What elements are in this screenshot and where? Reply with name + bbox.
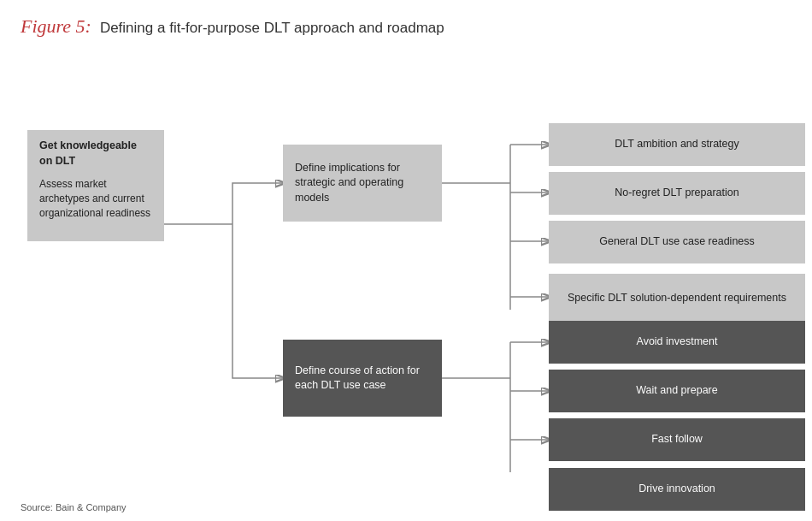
r2-text: No-regret DLT preparation bbox=[615, 186, 738, 201]
diagram: Get knowledgeable on DLT Assess market a… bbox=[21, 53, 791, 472]
right-box-r7: Fast follow bbox=[549, 418, 805, 461]
source-note: Source: Bain & Company bbox=[21, 502, 127, 512]
right-box-r5: Avoid investment bbox=[549, 321, 805, 364]
right-box-r4: Specific DLT solution-dependent requirem… bbox=[549, 274, 805, 323]
right-box-r6: Wait and prepare bbox=[549, 370, 805, 412]
right-box-r1: DLT ambition and strategy bbox=[549, 123, 805, 166]
r4-text: Specific DLT solution-dependent requirem… bbox=[568, 291, 786, 306]
page-container: Figure 5: Defining a fit-for-purpose DLT… bbox=[0, 0, 812, 521]
mid-top-box: Define implications for strategic and op… bbox=[283, 145, 442, 222]
figure-label: Figure 5: bbox=[21, 15, 91, 38]
r8-text: Drive innovation bbox=[638, 482, 715, 497]
left-box-line1: Get knowledgeable on DLT bbox=[39, 139, 152, 169]
mid-bottom-box-text: Define course of action for each DLT use… bbox=[295, 364, 430, 394]
mid-top-box-text: Define implications for strategic and op… bbox=[295, 161, 430, 206]
title-area: Figure 5: Defining a fit-for-purpose DLT… bbox=[21, 15, 791, 38]
page-title: Defining a fit-for-purpose DLT approach … bbox=[100, 20, 444, 37]
mid-bottom-box: Define course of action for each DLT use… bbox=[283, 340, 442, 417]
r3-text: General DLT use case readiness bbox=[599, 234, 755, 250]
r5-text: Avoid investment bbox=[637, 335, 718, 350]
left-box: Get knowledgeable on DLT Assess market a… bbox=[27, 130, 164, 241]
right-box-r8: Drive innovation bbox=[549, 468, 805, 511]
left-box-line2: Assess market archetypes and current org… bbox=[39, 177, 152, 220]
right-box-r3: General DLT use case readiness bbox=[549, 221, 805, 263]
r7-text: Fast follow bbox=[651, 432, 703, 447]
r6-text: Wait and prepare bbox=[636, 383, 717, 399]
r1-text: DLT ambition and strategy bbox=[615, 137, 738, 152]
right-box-r2: No-regret DLT preparation bbox=[549, 172, 805, 215]
